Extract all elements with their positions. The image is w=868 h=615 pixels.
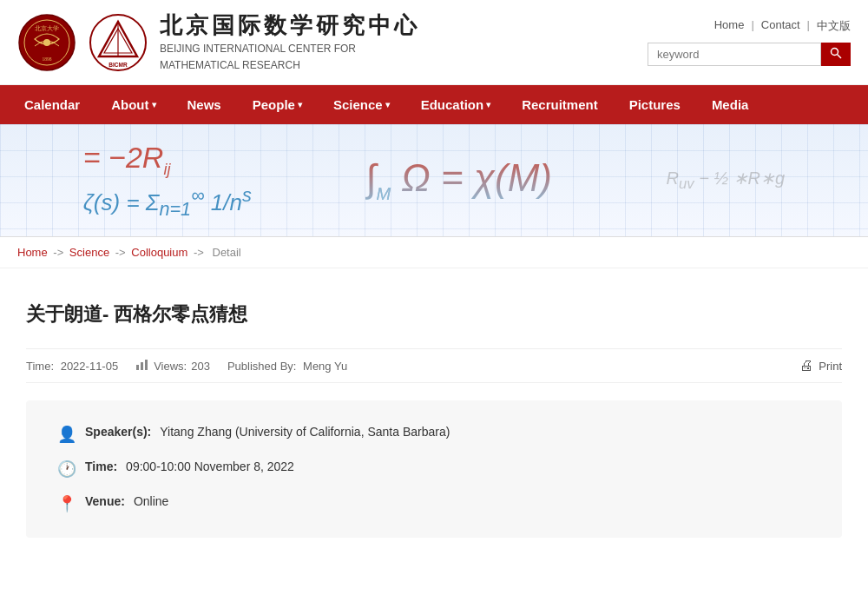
print-button[interactable]: 🖨 Print: [799, 358, 842, 374]
location-pin-icon: 📍: [57, 494, 76, 513]
svg-text:1898: 1898: [43, 56, 52, 62]
clock-icon: 🕐: [57, 460, 76, 479]
svg-line-11: [838, 55, 842, 59]
svg-rect-12: [136, 365, 139, 370]
breadcrumb-home[interactable]: Home: [17, 246, 48, 259]
person-icon: 👤: [57, 425, 76, 444]
beida-logo: 北京大学 1898: [17, 13, 76, 72]
site-title: 北京国际数学研究中心 BEIJING INTERNATIONAL CENTER …: [160, 10, 420, 74]
chinese-link[interactable]: 中文版: [817, 18, 851, 34]
breadcrumb-science[interactable]: Science: [69, 246, 109, 259]
nav-news[interactable]: News: [172, 85, 237, 124]
svg-text:北京大学: 北京大学: [35, 25, 59, 32]
hero-banner: = −2Rij ζ(s) = Σn=1∞ 1/ns ∫M Ω = χ(M) Ru…: [0, 124, 868, 237]
venue-row: 📍 Venue: Online: [57, 494, 811, 513]
nav-people[interactable]: People▾: [237, 85, 318, 124]
article-time: Time: 2022-11-05: [26, 360, 118, 373]
breadcrumb-colloquium[interactable]: Colloquium: [131, 246, 187, 259]
bicmr-logo: BICMR: [89, 13, 148, 72]
top-nav: Home | Contact | 中文版: [714, 18, 851, 34]
article-views: Views: 203: [135, 360, 210, 373]
time-row: 🕐 Time: 09:00-10:00 November 8, 2022: [57, 460, 811, 479]
nav-media[interactable]: Media: [696, 85, 765, 124]
search-bar: [648, 43, 851, 66]
svg-rect-14: [145, 360, 148, 370]
formula-integral: ∫M Ω = χ(M): [365, 156, 552, 204]
nav-education[interactable]: Education▾: [405, 85, 507, 124]
speaker-label: Speaker(s):: [85, 425, 151, 439]
site-title-en: BEIJING INTERNATIONAL CENTER FOR MATHEMA…: [160, 41, 420, 74]
venue-label: Venue:: [85, 494, 125, 508]
breadcrumb-current: Detail: [213, 246, 241, 259]
search-input[interactable]: [648, 43, 821, 66]
nav-recruitment[interactable]: Recruitment: [506, 85, 614, 124]
hero-formulas: = −2Rij ζ(s) = Σn=1∞ 1/ns ∫M Ω = χ(M) Ru…: [0, 132, 868, 229]
breadcrumb: Home -> Science -> Colloquium -> Detail: [0, 237, 868, 268]
search-icon: [830, 47, 842, 59]
hero-math-bg: = −2Rij ζ(s) = Σn=1∞ 1/ns ∫M Ω = χ(M) Ru…: [0, 124, 868, 236]
chevron-down-icon: ▾: [152, 100, 156, 109]
formula-2r: = −2Rij: [83, 141, 252, 179]
svg-rect-13: [141, 362, 143, 370]
venue-value: Online: [134, 494, 168, 508]
home-link[interactable]: Home: [714, 18, 745, 34]
nav-pictures[interactable]: Pictures: [614, 85, 696, 124]
meta-bar: Time: 2022-11-05 Views: 203 Published By…: [26, 348, 842, 383]
contact-link[interactable]: Contact: [761, 18, 800, 34]
chevron-down-icon: ▾: [385, 100, 390, 109]
formula-zeta: ζ(s) = Σn=1∞ 1/ns: [83, 184, 252, 221]
header-right: Home | Contact | 中文版: [648, 18, 851, 66]
main-content: 关于朗道- 西格尔零点猜想 Time: 2022-11-05 Views: 20…: [0, 268, 868, 555]
site-title-cn: 北京国际数学研究中心: [160, 10, 420, 41]
meta-left: Time: 2022-11-05 Views: 203 Published By…: [26, 360, 347, 373]
nav-about[interactable]: About▾: [95, 85, 171, 124]
bar-chart-icon: [135, 360, 149, 373]
chevron-down-icon: ▾: [298, 100, 302, 109]
svg-point-10: [832, 49, 838, 56]
detail-card: 👤 Speaker(s): Yitang Zhang (University o…: [26, 400, 842, 538]
site-header: 北京大学 1898 BICMR 北京国际数学研究中心 BEIJING INTER…: [0, 0, 868, 85]
main-nav: Calendar About▾ News People▾ Science▾ Ed…: [0, 85, 868, 124]
chevron-down-icon: ▾: [486, 100, 490, 109]
header-left: 北京大学 1898 BICMR 北京国际数学研究中心 BEIJING INTER…: [17, 10, 420, 74]
page-title: 关于朗道- 西格尔零点猜想: [26, 301, 842, 327]
article-author: Published By: Meng Yu: [227, 360, 347, 373]
formula-ruv: Ruv − ½ ∗R∗g: [667, 168, 786, 193]
event-time-label: Time:: [85, 460, 117, 473]
svg-point-3: [43, 39, 50, 46]
svg-text:BICMR: BICMR: [108, 62, 128, 68]
speaker-row: 👤 Speaker(s): Yitang Zhang (University o…: [57, 425, 811, 444]
speaker-value: Yitang Zhang (University of California, …: [160, 425, 450, 439]
search-button[interactable]: [821, 43, 851, 66]
print-icon: 🖨: [799, 358, 813, 374]
event-time-value: 09:00-10:00 November 8, 2022: [126, 460, 294, 473]
nav-calendar[interactable]: Calendar: [9, 85, 95, 124]
nav-science[interactable]: Science▾: [318, 85, 405, 124]
